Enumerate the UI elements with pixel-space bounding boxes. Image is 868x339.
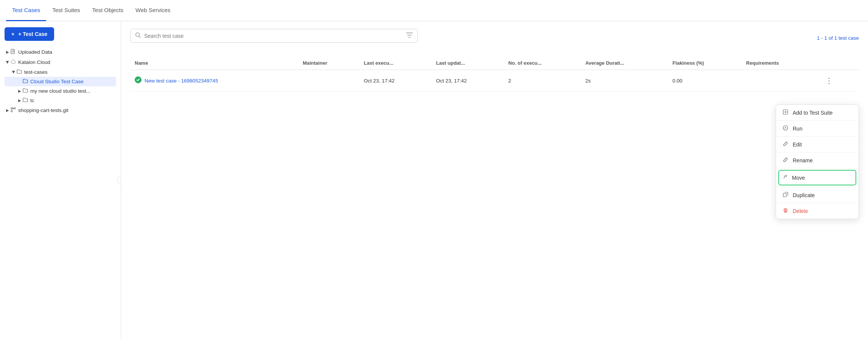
cell-actions: ⋮ [818,70,859,92]
ctx-run[interactable]: Run [776,121,859,136]
col-name: Name [130,56,298,70]
folder-open-icon [23,79,28,84]
tab-test-objects[interactable]: Test Objects [86,0,130,21]
add-to-suite-icon [782,109,789,116]
run-icon [782,125,789,132]
svg-point-3 [11,110,12,112]
tree-item-shopping-cart-tests[interactable]: ▶ shopping-cart-tests.git [5,105,116,115]
arrow-icon: ▶ [6,59,10,65]
search-bar [130,29,418,43]
arrow-icon: ▶ [17,89,23,93]
cell-flakiness: 0.00 [668,70,742,92]
cell-last-updat: Oct 23, 17:42 [431,70,504,92]
col-avg-dur: Average Durati... [581,56,668,70]
col-last-exec: Last execu... [359,56,432,70]
tab-test-suites[interactable]: Test Suites [46,0,86,21]
test-name-link[interactable]: New test case - 1698052349745 [145,78,218,84]
ctx-rename[interactable]: Rename [776,152,859,168]
tab-test-cases[interactable]: Test Cases [6,0,46,21]
col-actions [818,56,859,70]
row-actions-button[interactable]: ⋮ [822,75,836,86]
ctx-move[interactable]: Move [778,170,856,185]
cell-no-of-exec: 2 [504,70,581,92]
result-count: 1 - 1 of 1 test case [817,35,859,41]
tree-item-my-new-cloud-studio[interactable]: ▶ my new cloud studio test... [5,86,116,96]
git-icon [11,107,16,114]
sidebar-collapse-handle[interactable]: ‹ [117,176,121,184]
folder-icon [17,69,22,75]
svg-point-1 [11,107,12,109]
cell-requirements [742,70,818,92]
ctx-duplicate[interactable]: Duplicate [776,187,859,203]
tree-item-katalon-cloud[interactable]: ▶ Katalon Cloud [5,57,116,67]
search-input[interactable] [144,33,406,39]
main-layout: + + Test Case ▶ Uploaded Data ▶ Katalon … [0,21,868,339]
content-area: 1 - 1 of 1 test case Name Maintainer Las… [121,21,868,339]
move-icon [783,174,788,181]
folder-icon [23,98,28,103]
ctx-divider [776,168,859,168]
svg-rect-8 [783,193,786,197]
col-last-updat: Last updat... [431,56,504,70]
tab-web-services[interactable]: Web Services [129,0,176,21]
search-icon [135,32,141,39]
tree-item-tc[interactable]: ▶ tc [5,96,116,105]
cell-maintainer [298,70,359,92]
edit-icon [782,141,789,148]
add-test-case-button[interactable]: + + Test Case [5,27,54,41]
col-flakiness: Flakiness (%) [668,56,742,70]
arrow-icon: ▶ [5,50,11,54]
cell-avg-dur: 2s [581,70,668,92]
col-maintainer: Maintainer [298,56,359,70]
cell-name: New test case - 1698052349745 [130,70,298,92]
cloud-icon [11,59,16,65]
cell-last-exec: Oct 23, 17:42 [359,70,432,92]
context-menu: Add to Test Suite Run Edit [776,104,859,219]
tree-item-test-cases-folder[interactable]: ▶ test-cases [5,67,116,77]
tree-item-uploaded-data[interactable]: ▶ Uploaded Data [5,47,116,57]
sidebar: + + Test Case ▶ Uploaded Data ▶ Katalon … [0,21,121,339]
ctx-delete[interactable]: Delete [776,203,859,219]
folder-icon [23,88,28,94]
rename-icon [782,157,789,163]
duplicate-icon [782,192,789,198]
col-requirements: Requirements [742,56,818,70]
col-no-of-exec: No. of execu... [504,56,581,70]
status-success-icon [135,76,142,85]
test-cases-table: Name Maintainer Last execu... Last updat… [130,56,859,92]
table-row: New test case - 1698052349745 Oct 23, 17… [130,70,859,92]
arrow-icon: ▶ [17,98,23,103]
arrow-icon: ▶ [5,108,11,112]
top-navigation: Test Cases Test Suites Test Objects Web … [0,0,868,21]
file-icon [11,49,16,55]
filter-icon[interactable] [406,33,413,39]
tree-item-cloud-studio-test-case[interactable]: ▶ Cloud Studio Test Case [5,77,116,86]
arrow-icon: ▶ [12,69,16,75]
ctx-edit[interactable]: Edit [776,137,859,152]
delete-icon [782,208,789,214]
ctx-add-to-test-suite[interactable]: Add to Test Suite [776,105,859,120]
